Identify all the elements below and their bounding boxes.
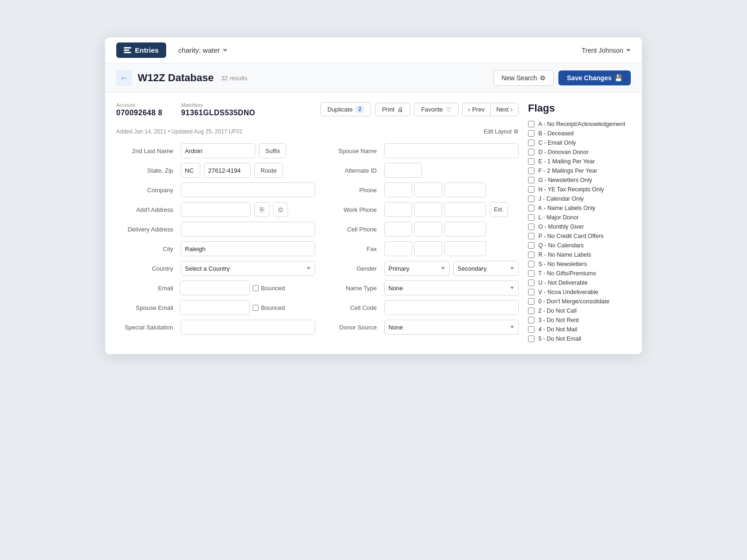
flag-item: E - 1 Mailing Per Year xyxy=(528,158,631,165)
add-address-input[interactable] xyxy=(181,202,251,217)
city-input[interactable] xyxy=(181,241,315,256)
ext-button[interactable]: Ext. xyxy=(490,202,508,217)
phone-number-input[interactable] xyxy=(444,182,486,197)
flag-item: S - No Newsletters xyxy=(528,261,631,267)
flag-item: B - Deceased xyxy=(528,130,631,137)
flag-checkbox[interactable] xyxy=(528,317,535,323)
cell-phone-number-input[interactable] xyxy=(444,222,486,237)
bounced-checkbox[interactable] xyxy=(253,285,259,291)
flag-checkbox[interactable] xyxy=(528,168,535,174)
flag-checkbox[interactable] xyxy=(528,280,535,286)
flag-checkbox[interactable] xyxy=(528,270,535,277)
prev-button[interactable]: ‹ Prev xyxy=(463,103,491,116)
next-button[interactable]: Next › xyxy=(491,103,518,116)
flag-label: K - Name Labels Only xyxy=(538,205,595,211)
matchkey-label: Matchkey xyxy=(181,102,255,108)
main-content: Account 070092648 8 Matchkey 91361GLDS53… xyxy=(105,93,642,354)
flag-checkbox[interactable] xyxy=(528,224,535,230)
favorite-button[interactable]: Favorite ♡ xyxy=(414,103,458,116)
cell-phone-area-input[interactable] xyxy=(384,222,412,237)
edit-layout-button[interactable]: Edit Layout ⚙ xyxy=(484,128,519,135)
name-type-label: Name Type xyxy=(320,285,381,292)
cell-phone-prefix-input[interactable] xyxy=(414,222,442,237)
flag-checkbox[interactable] xyxy=(528,158,535,165)
route-button[interactable]: Route xyxy=(254,163,283,178)
spouse-name-label: Spouse Name xyxy=(320,147,381,154)
flag-item: F - 2 Mailings Per Year xyxy=(528,168,631,174)
company-label: Company xyxy=(116,187,177,194)
flag-checkbox[interactable] xyxy=(528,186,535,193)
fax-number-input[interactable] xyxy=(444,241,486,256)
location-icon[interactable]: ⊙ xyxy=(273,202,288,217)
work-phone-area-input[interactable] xyxy=(384,202,412,217)
flag-label: 5 - Do Not Email xyxy=(538,336,581,342)
next-label: Next xyxy=(496,106,509,113)
copy-icon[interactable]: ⎘ xyxy=(254,202,269,217)
flag-checkbox[interactable] xyxy=(528,196,535,202)
flag-checkbox[interactable] xyxy=(528,298,535,305)
spouse-bounced-checkbox[interactable] xyxy=(253,305,259,311)
flag-checkbox[interactable] xyxy=(528,205,535,211)
delivery-address-input[interactable] xyxy=(181,222,315,237)
suffix-button[interactable]: Suffix xyxy=(259,143,286,158)
entries-button[interactable]: Entries xyxy=(116,42,166,58)
flag-checkbox[interactable] xyxy=(528,252,535,258)
phone-prefix-input[interactable] xyxy=(414,182,442,197)
entries-label: Entries xyxy=(135,46,159,54)
donor-source-label: Donor Source xyxy=(320,324,381,331)
flag-checkbox[interactable] xyxy=(528,242,535,249)
flag-checkbox[interactable] xyxy=(528,130,535,137)
print-label: Print xyxy=(382,106,395,113)
flag-checkbox[interactable] xyxy=(528,336,535,342)
name-type-select[interactable]: None xyxy=(384,280,519,295)
country-label: Country xyxy=(116,265,177,272)
flag-item: R - No Name Labels xyxy=(528,252,631,258)
fax-area-input[interactable] xyxy=(384,241,412,256)
spouse-email-input[interactable] xyxy=(180,300,250,315)
user-menu[interactable]: Trent Johnson xyxy=(582,47,631,54)
chevron-down-icon xyxy=(223,49,227,52)
fax-prefix-input[interactable] xyxy=(414,241,442,256)
flag-checkbox[interactable] xyxy=(528,149,535,155)
spouse-name-input[interactable] xyxy=(384,143,519,158)
special-sal-input[interactable] xyxy=(181,320,315,335)
new-search-button[interactable]: New Search ⚙ xyxy=(493,70,554,86)
flag-checkbox[interactable] xyxy=(528,140,535,146)
save-changes-button[interactable]: Save Changes 💾 xyxy=(558,70,631,85)
charity-selector[interactable]: charity: water xyxy=(174,43,232,57)
gender-secondary-select[interactable]: Secondary xyxy=(453,261,519,276)
flag-checkbox[interactable] xyxy=(528,289,535,295)
record-header: Account 070092648 8 Matchkey 91361GLDS53… xyxy=(116,102,519,122)
cell-code-input[interactable] xyxy=(384,300,519,315)
db-title: W12Z Database xyxy=(138,72,214,84)
gender-primary-select[interactable]: Primary xyxy=(384,261,450,276)
back-button[interactable]: ← xyxy=(116,70,132,86)
add-address-label: Add'l Address xyxy=(116,206,177,213)
flag-checkbox[interactable] xyxy=(528,233,535,239)
print-button[interactable]: Print 🖨 xyxy=(375,103,410,116)
flag-checkbox[interactable] xyxy=(528,214,535,221)
record-info: Account 070092648 8 Matchkey 91361GLDS53… xyxy=(116,102,255,117)
flag-checkbox[interactable] xyxy=(528,308,535,314)
last-name-input[interactable] xyxy=(181,143,255,158)
zip-input[interactable] xyxy=(204,163,251,178)
flag-checkbox[interactable] xyxy=(528,261,535,267)
company-input[interactable] xyxy=(181,182,315,197)
gear-icon: ⚙ xyxy=(514,128,519,135)
work-phone-prefix-input[interactable] xyxy=(414,202,442,217)
flag-label: J - Calendar Only xyxy=(538,196,584,202)
duplicate-button[interactable]: Duplicate 2 xyxy=(320,102,371,116)
flag-checkbox[interactable] xyxy=(528,121,535,127)
flag-checkbox[interactable] xyxy=(528,326,535,333)
flag-item: A - No Receipt/Acknowledgement xyxy=(528,121,631,127)
results-count: 32 results xyxy=(221,75,247,82)
flag-item: D - Donovan Donor xyxy=(528,149,631,155)
flag-checkbox[interactable] xyxy=(528,177,535,183)
country-select[interactable]: Select a Country xyxy=(181,261,315,276)
email-input[interactable] xyxy=(180,280,250,295)
state-input[interactable] xyxy=(181,163,200,178)
alternate-id-input[interactable] xyxy=(384,163,422,178)
phone-area-input[interactable] xyxy=(384,182,412,197)
donor-source-select[interactable]: None xyxy=(384,320,519,335)
work-phone-number-input[interactable] xyxy=(444,202,486,217)
